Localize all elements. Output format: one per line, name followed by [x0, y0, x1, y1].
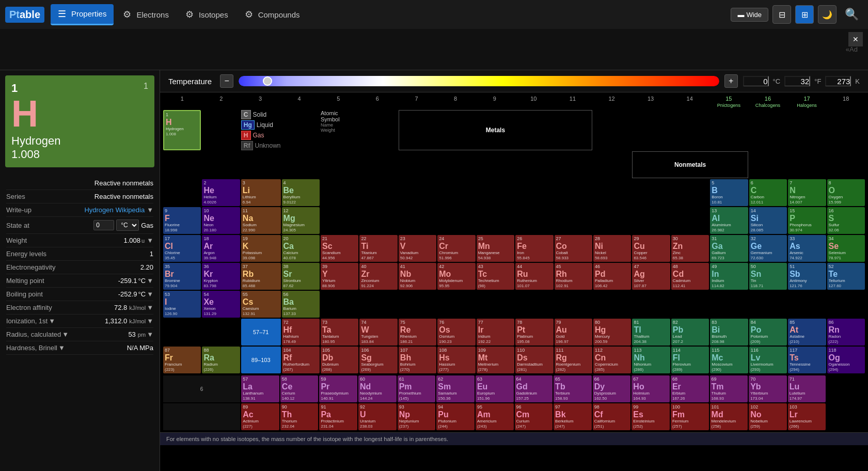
- element-Re[interactable]: 75ReRhenium186.21: [399, 319, 436, 346]
- element-Ac[interactable]: 89AcActinium(227): [241, 403, 279, 430]
- element-Lv[interactable]: 116LvLivermorium(293): [749, 347, 787, 373]
- element-Rb[interactable]: 37RbRubidium85.468: [241, 263, 281, 290]
- state-unit-select[interactable]: °C °F K: [116, 219, 139, 231]
- element-Mg[interactable]: 12MgMagnesium24.305: [282, 207, 320, 234]
- tab-compounds[interactable]: ⚙ Compounds: [238, 5, 307, 24]
- element-Bk[interactable]: 97BkBerkelium(247): [554, 403, 592, 430]
- element-Po[interactable]: 84PoPolonium(209): [749, 319, 787, 346]
- element-At[interactable]: 85AtAstatine(210): [788, 319, 826, 346]
- element-Rn[interactable]: 86RnRadon(222): [827, 319, 865, 346]
- element-Np[interactable]: 93NpNeptunium(237): [398, 403, 436, 430]
- element-W[interactable]: 74WTungsten183.84: [359, 319, 397, 346]
- element-Na[interactable]: 11NaSodium22.990: [241, 207, 281, 234]
- logo[interactable]: Ptable: [5, 7, 44, 23]
- element-As[interactable]: 33AsArsenic74.922: [788, 235, 826, 262]
- element-Hg[interactable]: 80HgMercury200.59: [593, 319, 631, 346]
- element-Sb[interactable]: 51SbAntimony121.76: [788, 263, 826, 290]
- element-Gd[interactable]: 64GdGadolinium157.25: [515, 375, 553, 402]
- tab-isotopes[interactable]: ⚙ Isotopes: [178, 5, 235, 24]
- element-C[interactable]: 6CCarbon12.011: [749, 179, 787, 206]
- element-F[interactable]: 9FFluorine18.998: [163, 207, 201, 234]
- element-Kr[interactable]: 36KrKrypton83.798: [202, 263, 240, 290]
- element-Xe[interactable]: 54XeXenon131.29: [202, 291, 240, 318]
- element-Tl[interactable]: 81TlThallium204.38: [632, 319, 670, 346]
- element-Tb[interactable]: 65TbTerbium158.93: [554, 375, 592, 402]
- element-La[interactable]: 57LaLanthanum138.91: [241, 375, 279, 402]
- element-Fr[interactable]: 87FrFrancium(223): [163, 347, 201, 373]
- element-Rh[interactable]: 45RhRhodium102.91: [555, 263, 592, 290]
- view-normal-button[interactable]: ⊟: [772, 5, 791, 24]
- element-N[interactable]: 7NNitrogen14.007: [788, 179, 826, 206]
- element-Ni[interactable]: 28NiNickel58.693: [593, 235, 631, 262]
- element-Sg[interactable]: 106SgSeaborgium(269): [359, 347, 397, 373]
- element-Cs[interactable]: 55CsCaesium132.91: [241, 291, 281, 318]
- element-In[interactable]: 49InIndium114.82: [710, 263, 748, 290]
- element-Cm[interactable]: 96CmCurium(247): [515, 403, 553, 430]
- element-Ba[interactable]: 56BaBarium137.33: [282, 291, 320, 318]
- element-No[interactable]: 102NoNobelium(259): [749, 403, 787, 430]
- element-Ti[interactable]: 22TiTitanium47.867: [359, 235, 397, 262]
- wikipedia-link[interactable]: Wikipedia: [116, 206, 145, 214]
- element-Lu[interactable]: 71LuLutetium174.97: [788, 375, 826, 402]
- element-Ar[interactable]: 18ArArgon39.948: [202, 235, 240, 262]
- element-Ra[interactable]: 88RaRadium(226): [202, 347, 240, 373]
- element-Er[interactable]: 68ErErbium167.26: [671, 375, 709, 402]
- element-Fe[interactable]: 26FeIron55.845: [515, 235, 553, 262]
- tab-properties[interactable]: ☰ Properties: [51, 4, 114, 25]
- element-Zr[interactable]: 40ZrZirconium91.224: [359, 263, 397, 290]
- element-Ge[interactable]: 32GeGermanium72.630: [749, 235, 787, 262]
- element-Fm[interactable]: 100FmFermium(257): [671, 403, 709, 430]
- fahrenheit-input[interactable]: [784, 76, 810, 86]
- element-Cn[interactable]: 112CnCopernicium(285): [593, 347, 631, 373]
- element-Rg[interactable]: 111RgRoentgenium(282): [555, 347, 592, 373]
- lanthanide-spacer[interactable]: 57–71: [241, 319, 281, 346]
- element-U[interactable]: 92UUranium238.03: [358, 403, 397, 430]
- temp-plus-button[interactable]: +: [724, 74, 738, 88]
- element-Cu[interactable]: 29CuCopper63.546: [632, 235, 670, 262]
- element-Te[interactable]: 52TeTellurium127.60: [827, 263, 865, 290]
- element-Hf[interactable]: 72HfHafnium178.49: [282, 319, 320, 346]
- state-temp-input[interactable]: [93, 220, 114, 230]
- element-Pb[interactable]: 82PbLead207.2: [671, 319, 709, 346]
- element-Sm[interactable]: 62SmSamarium150.36: [436, 375, 475, 402]
- temp-minus-button[interactable]: −: [220, 74, 233, 88]
- element-Ce[interactable]: 58CeCerium140.12: [280, 375, 319, 402]
- element-Au[interactable]: 79AuGold196.97: [555, 319, 592, 346]
- element-O[interactable]: 8OOxygen15.999: [827, 179, 865, 206]
- element-Mt[interactable]: 109MtMeitnerium(278): [477, 347, 514, 373]
- celsius-input[interactable]: [743, 76, 769, 86]
- element-Ds[interactable]: 110DsDarmstadtium(281): [515, 347, 553, 373]
- search-button[interactable]: 🔍: [841, 6, 863, 23]
- element-Rf[interactable]: 104RfRutherfordium(267): [282, 347, 320, 373]
- element-Sc[interactable]: 21ScScandium44.956: [321, 235, 358, 262]
- writeup-link[interactable]: Hydrogen: [84, 206, 113, 214]
- element-Bi[interactable]: 83BiBismuth208.98: [710, 319, 748, 346]
- element-Os[interactable]: 76OsOsmium190.23: [437, 319, 475, 346]
- element-P[interactable]: 15PPhosphorus30.974: [788, 207, 826, 234]
- element-Be[interactable]: 4BeBeryllium9.0122: [282, 179, 320, 206]
- view-compact-button[interactable]: ⊞: [795, 5, 814, 24]
- element-Sn[interactable]: 50SnTin118.71: [749, 263, 787, 290]
- element-Ir[interactable]: 77IrIridium192.22: [477, 319, 514, 346]
- element-Og[interactable]: 118OgOganesson(294): [827, 347, 865, 373]
- element-Eu[interactable]: 63EuEuropium151.96: [476, 375, 514, 402]
- element-Ho[interactable]: 67HoHolmium164.93: [632, 375, 670, 402]
- view-wide-button[interactable]: ▬ Wide: [731, 8, 768, 22]
- element-Lr[interactable]: 103LrLawrencium(266): [788, 403, 826, 430]
- element-Y[interactable]: 39YYttrium88.906: [321, 263, 358, 290]
- element-Bh[interactable]: 107BhBohrium(270): [399, 347, 436, 373]
- element-Pd[interactable]: 46PdPalladium106.42: [593, 263, 631, 290]
- element-Db[interactable]: 105DbDubnium(268): [321, 347, 358, 373]
- element-Ts[interactable]: 117TsTennessine(294): [788, 347, 826, 373]
- element-Br[interactable]: 35BrBromine79.904: [163, 263, 201, 290]
- element-V[interactable]: 23VVanadium50.942: [399, 235, 436, 262]
- element-S[interactable]: 16SSulfur32.06: [827, 207, 865, 234]
- element-Fl[interactable]: 114FlFlerovium(289): [671, 347, 709, 373]
- element-Cf[interactable]: 98CfCalifornium(251): [593, 403, 631, 430]
- element-Cr[interactable]: 24CrChromium51.996: [437, 235, 475, 262]
- element-Ag[interactable]: 47AgSilver107.87: [632, 263, 670, 290]
- element-Ga[interactable]: 31GaGallium69.723: [710, 235, 748, 262]
- element-Pu[interactable]: 94PuPlutonium(244): [436, 403, 475, 430]
- actinide-spacer[interactable]: 89–103: [241, 347, 281, 373]
- element-Dy[interactable]: 66DyDysprosium162.50: [593, 375, 631, 402]
